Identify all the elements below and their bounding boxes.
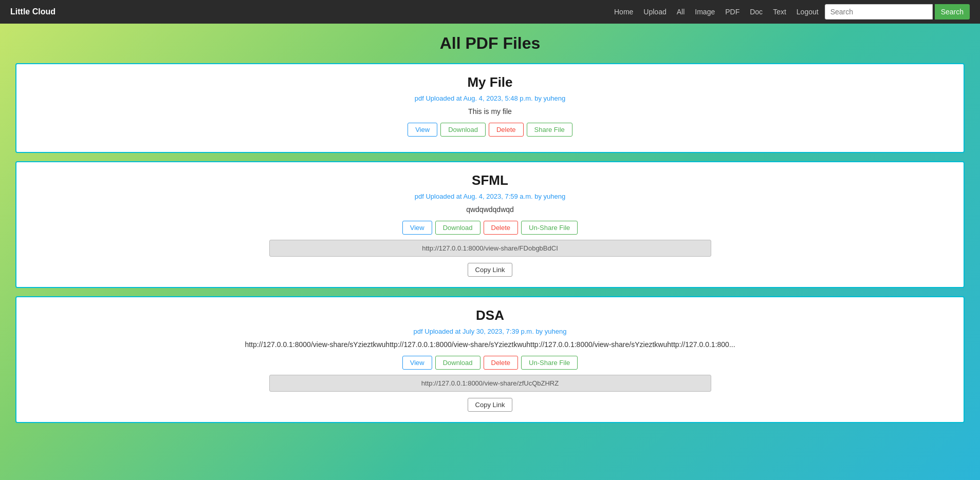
delete-button-0[interactable]: Delete [489,123,524,137]
share-link-2: http://127.0.0.1:8000/view-share/zfUcQbZ… [269,375,711,392]
file-meta-0: pdf Uploaded at Aug. 4, 2023, 5:48 p.m. … [27,94,953,102]
search-button[interactable]: Search [935,4,970,20]
download-button-0[interactable]: Download [440,123,486,137]
view-button-0[interactable]: View [408,123,437,137]
share-button-0[interactable]: Share File [527,123,572,137]
view-button-1[interactable]: View [402,221,432,235]
navbar: Little Cloud Home Upload All Image PDF D… [0,0,980,24]
share-link-1: http://127.0.0.1:8000/view-share/FDobgbB… [269,240,711,257]
nav-image[interactable]: Image [691,6,719,18]
brand: Little Cloud [10,7,56,16]
view-button-2[interactable]: View [402,356,432,370]
nav-text[interactable]: Text [769,6,790,18]
page-content: All PDF Files My File pdf Uploaded at Au… [0,24,980,441]
file-card-2: DSA pdf Uploaded at July 30, 2023, 7:39 … [15,296,965,423]
nav-logout[interactable]: Logout [792,6,823,18]
file-name-0: My File [27,74,953,90]
file-description-0: This is my file [27,107,953,116]
file-actions-1: View Download Delete Un-Share File [27,221,953,235]
file-description-2: http://127.0.0.1:8000/view-share/sYziezt… [27,340,953,349]
file-card-0: My File pdf Uploaded at Aug. 4, 2023, 5:… [15,63,965,153]
file-meta-2: pdf Uploaded at July 30, 2023, 7:39 p.m.… [27,328,953,335]
delete-button-1[interactable]: Delete [484,221,519,235]
nav-all[interactable]: All [673,6,689,18]
file-description-1: qwdqwdqdwqd [27,205,953,214]
delete-button-2[interactable]: Delete [484,356,519,370]
unshare-button-2[interactable]: Un-Share File [521,356,578,370]
nav-pdf[interactable]: PDF [721,6,744,18]
page-title: All PDF Files [15,34,965,53]
download-button-1[interactable]: Download [435,221,480,235]
file-card-1: SFML pdf Uploaded at Aug. 4, 2023, 7:59 … [15,161,965,288]
nav-upload[interactable]: Upload [639,6,670,18]
nav-doc[interactable]: Doc [746,6,767,18]
file-meta-1: pdf Uploaded at Aug. 4, 2023, 7:59 a.m. … [27,193,953,200]
file-actions-2: View Download Delete Un-Share File [27,356,953,370]
copy-link-button-2[interactable]: Copy Link [468,398,513,412]
file-actions-0: View Download Delete Share File [27,123,953,137]
search-input[interactable] [825,4,933,20]
nav-home[interactable]: Home [610,6,637,18]
file-name-1: SFML [27,172,953,188]
file-name-2: DSA [27,308,953,323]
copy-link-button-1[interactable]: Copy Link [468,263,513,277]
download-button-2[interactable]: Download [435,356,480,370]
unshare-button-1[interactable]: Un-Share File [521,221,578,235]
